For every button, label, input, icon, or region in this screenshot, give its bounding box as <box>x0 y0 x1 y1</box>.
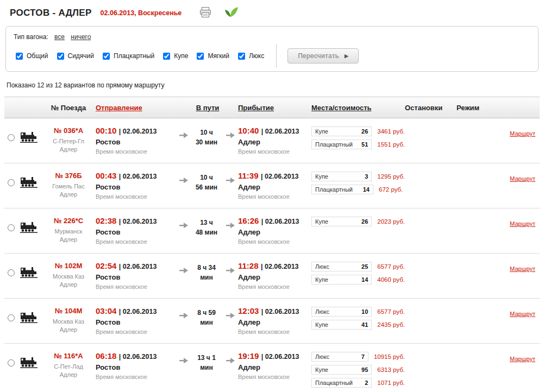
checkbox-myagkiy[interactable] <box>197 53 204 60</box>
route-link[interactable]: Маршрут <box>510 220 535 227</box>
arrival-cell: 11:28 | 02.06.2013 Адлер Время московско… <box>238 261 311 290</box>
seat-box: Плацкартный 2 <box>311 378 372 388</box>
train-select-radio[interactable] <box>8 224 15 231</box>
seat-class: Плацкартный <box>315 186 353 193</box>
route-link[interactable]: Маршрут <box>510 356 535 362</box>
right-arrow-icon <box>223 261 238 275</box>
arrival-date: 02.06.2013 <box>265 263 299 270</box>
arrival-cell: 16:26 | 02.06.2013 Адлер Время московско… <box>238 216 311 245</box>
right-arrow-icon <box>223 351 238 365</box>
checkbox-sidyachiy[interactable] <box>57 53 64 60</box>
seat-price: 6577 руб. <box>377 308 405 315</box>
seat-box: Плацкартный 14 <box>311 185 373 194</box>
seat-entry: Купе 26 3461 руб. <box>311 127 405 136</box>
seat-count: 51 <box>361 141 368 148</box>
route-link[interactable]: Маршрут <box>510 175 535 182</box>
seat-count: 10 <box>361 308 368 315</box>
col-arrival[interactable]: Прибытие <box>238 104 274 112</box>
checkbox-obshchiy[interactable] <box>16 53 23 60</box>
seat-price: 2435 руб. <box>377 321 405 328</box>
timezone-note: Время московское <box>238 193 311 200</box>
train-number: № 116*А <box>41 352 96 360</box>
table-header: № Поезда Отправление В пути Прибытие Мес… <box>4 97 540 118</box>
seat-class: Купе <box>315 128 328 135</box>
checkbox-platskartny[interactable] <box>103 53 110 60</box>
arrival-time: 12:03 <box>238 306 259 315</box>
departure-cell: 02:54 | 02.06.2013 Ростов Время московск… <box>96 261 177 290</box>
departure-city: Ростов <box>96 228 177 236</box>
departure-date: 02.06.2013 <box>123 173 157 180</box>
checkbox-label: Люкс <box>249 52 264 60</box>
recalculate-button[interactable]: Пересчитать ▶ <box>287 48 359 64</box>
wagon-checkbox-platskartny[interactable]: Плацкартный <box>101 51 154 61</box>
route-link[interactable]: Маршрут <box>510 130 535 137</box>
seat-class: Купе <box>315 276 328 283</box>
seat-count: 26 <box>361 128 368 135</box>
seat-class: Люкс <box>315 263 329 270</box>
train-number: № 376Б <box>41 172 96 180</box>
seat-price: 6313 руб. <box>377 366 405 373</box>
seat-price: 1295 руб. <box>377 173 405 180</box>
seat-count: 25 <box>361 263 368 270</box>
seat-price: 6577 руб. <box>377 263 405 270</box>
wagon-checkbox-lyuks[interactable]: Люкс <box>236 51 264 61</box>
print-button[interactable] <box>198 5 213 21</box>
results-summary: Показано 12 из 12 вариантов по прямому м… <box>4 72 540 97</box>
wagon-type-label: Тип вагона: <box>14 33 48 41</box>
arrival-city: Адлер <box>238 318 311 326</box>
train-destination: Адлер <box>41 281 96 289</box>
train-select-radio[interactable] <box>8 359 15 366</box>
departure-city: Ростов <box>96 363 177 371</box>
seat-count: 2 <box>365 380 368 386</box>
departure-city: Ростов <box>96 183 177 191</box>
col-duration[interactable]: В пути <box>196 104 220 112</box>
wagon-filter-panel: Тип вагона: все ничего Общий Сидячий Пла… <box>5 26 539 72</box>
seat-count: 95 <box>361 366 368 373</box>
checkbox-lyuks[interactable] <box>238 53 245 60</box>
timezone-note: Время московское <box>96 374 177 380</box>
seat-box: Купе 14 <box>311 275 372 284</box>
timezone-note: Время московское <box>96 238 177 245</box>
route-link[interactable]: Маршрут <box>510 311 535 317</box>
train-icon <box>16 306 41 325</box>
right-arrow-icon <box>177 351 190 365</box>
right-arrow-icon <box>223 125 238 140</box>
checkbox-label: Плацкартный <box>114 52 154 60</box>
wagon-checkbox-kupe[interactable]: Купе <box>161 51 188 61</box>
timezone-note: Время московское <box>96 193 177 200</box>
train-select-radio[interactable] <box>8 179 15 186</box>
seat-box: Люкс 25 <box>311 262 372 271</box>
train-select-radio[interactable] <box>8 134 15 141</box>
arrival-time: 10:40 <box>238 126 259 135</box>
seat-count: 14 <box>361 276 368 283</box>
arrival-cell: 12:03 | 02.06.2013 Адлер Время московско… <box>238 306 311 335</box>
wagon-checkbox-myagkiy[interactable]: Мягкий <box>195 51 229 61</box>
wagon-checkbox-obshchiy[interactable]: Общий <box>14 51 48 61</box>
seats-list: Люкс 10 6577 руб. Купе 41 2435 руб. <box>311 306 405 330</box>
train-icon <box>16 125 41 145</box>
route-link[interactable]: Маршрут <box>510 265 535 272</box>
travel-duration: 8 ч 34 мин <box>190 261 223 282</box>
train-origin: С-Пет-Лад <box>41 363 96 371</box>
table-row: № 036*А С-Петер-Гл Адлер 00:10 | 02.06.2… <box>4 118 540 163</box>
checkbox-kupe[interactable] <box>163 53 170 60</box>
wagon-checkbox-sidyachiy[interactable]: Сидячий <box>55 51 95 61</box>
arrival-city: Адлер <box>238 273 311 281</box>
checkbox-label: Общий <box>27 52 48 60</box>
col-seats-price[interactable]: Места/стоимость <box>311 104 372 112</box>
train-select-radio[interactable] <box>8 314 15 321</box>
timezone-note: Время московское <box>96 283 177 290</box>
arrival-city: Адлер <box>238 138 311 146</box>
train-destination: Адлер <box>41 236 96 244</box>
arrival-date: 02.06.2013 <box>265 128 299 135</box>
select-all-link[interactable]: все <box>54 33 65 41</box>
seat-entry: Люкс 7 10915 руб. <box>311 352 405 362</box>
col-departure[interactable]: Отправление <box>96 104 177 112</box>
train-rows: № 036*А С-Петер-Гл Адлер 00:10 | 02.06.2… <box>4 118 540 392</box>
right-arrow-icon <box>223 170 238 185</box>
results-page: РОСТОВ - АДЛЕР 02.06.2013, Воскресенье <box>0 0 544 392</box>
train-select-radio[interactable] <box>8 269 15 276</box>
select-none-link[interactable]: ничего <box>71 33 91 41</box>
seat-count: 14 <box>363 186 370 193</box>
right-arrow-icon <box>177 261 190 275</box>
